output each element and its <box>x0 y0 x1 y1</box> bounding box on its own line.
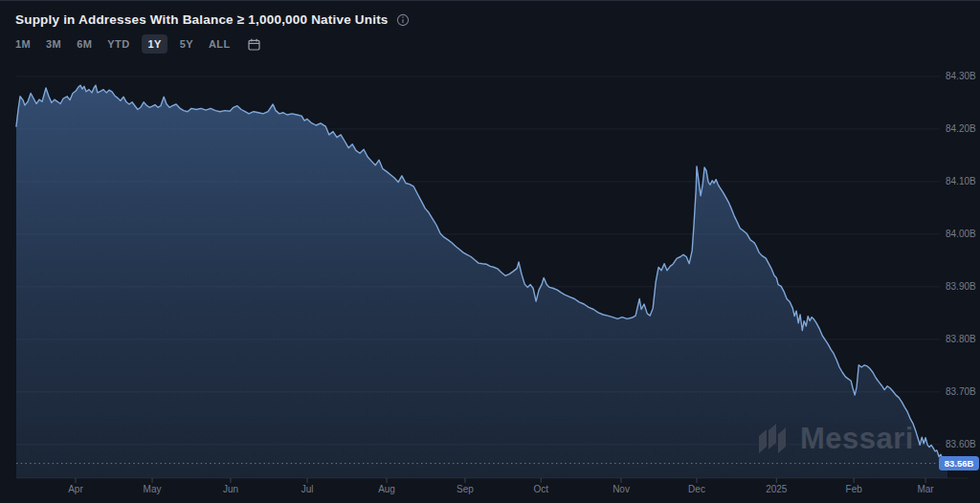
x-axis-label: Jun <box>223 484 238 494</box>
y-axis-label: 83.60B <box>946 439 976 449</box>
x-axis-label: Jul <box>301 484 314 494</box>
x-axis-label: Aug <box>378 484 395 494</box>
y-axis-label: 84.10B <box>946 176 976 186</box>
messari-logo <box>755 423 790 455</box>
y-axis-label: 83.80B <box>946 334 976 344</box>
x-axis-label: Oct <box>533 484 548 494</box>
x-axis-label: Mar <box>917 484 934 494</box>
y-axis-label: 83.70B <box>946 386 976 397</box>
current-value-badge-label: 83.56B <box>945 458 974 469</box>
y-axis-label: 84.20B <box>946 123 976 134</box>
y-axis-label: 84.00B <box>946 229 976 239</box>
messari-watermark: Messari <box>755 422 914 456</box>
x-axis-label: Sep <box>457 484 474 494</box>
x-axis-label: Feb <box>846 484 863 494</box>
messari-watermark-text: Messari <box>800 422 914 456</box>
x-axis-label: Apr <box>68 484 83 494</box>
x-axis-label: Dec <box>688 484 705 494</box>
x-axis-label: 2025 <box>766 484 788 494</box>
x-axis-label: May <box>144 484 162 494</box>
x-axis-label: Nov <box>612 484 630 494</box>
y-axis-label: 83.90B <box>946 281 976 292</box>
y-axis-label: 84.30B <box>946 71 976 81</box>
area-fill <box>16 85 947 478</box>
